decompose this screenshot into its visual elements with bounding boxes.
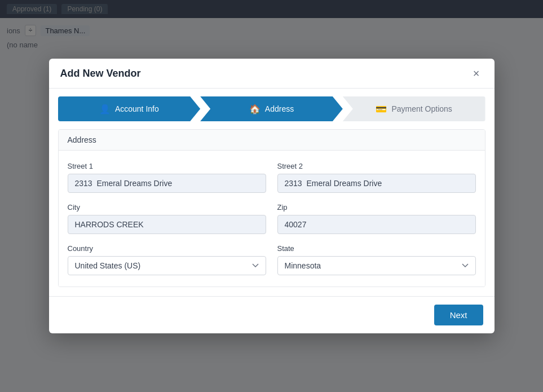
city-label: City [68, 203, 266, 212]
modal-title: Add New Vendor [60, 68, 141, 80]
modal-footer: Next [49, 296, 495, 333]
street1-label: Street 1 [68, 162, 266, 170]
city-group: City [68, 203, 266, 234]
address-section-title: Address [59, 130, 485, 151]
state-select[interactable]: Minnesota [277, 256, 476, 275]
state-label: State [277, 244, 476, 253]
step-account-info[interactable]: 👤 Account Info [58, 96, 201, 121]
city-input[interactable] [68, 215, 266, 234]
street1-input[interactable] [68, 174, 266, 193]
country-state-row: Country United States (US) State Minneso… [68, 244, 476, 275]
step-payment-options[interactable]: 💳 Payment Options [343, 96, 485, 121]
street1-group: Street 1 [68, 162, 266, 193]
add-vendor-modal: Add New Vendor × 👤 Account Info 🏠 Addres… [49, 59, 495, 333]
close-button[interactable]: × [470, 67, 483, 80]
modal-body: Address Street 1 Street 2 [49, 129, 495, 296]
step-account-info-label: Account Info [115, 104, 159, 113]
state-group: State Minnesota [277, 244, 476, 275]
city-zip-row: City Zip [68, 203, 476, 234]
form-fields: Street 1 Street 2 City [59, 151, 485, 287]
zip-group: Zip [277, 203, 476, 234]
country-select[interactable]: United States (US) [68, 256, 266, 275]
step-address[interactable]: 🏠 Address [200, 96, 343, 121]
street2-input[interactable] [277, 174, 476, 193]
street2-group: Street 2 [277, 162, 476, 193]
street2-label: Street 2 [277, 162, 476, 170]
country-label: Country [68, 244, 266, 253]
account-info-icon: 👤 [99, 104, 111, 114]
address-form-section: Address Street 1 Street 2 [58, 129, 485, 287]
street-row: Street 1 Street 2 [68, 162, 476, 193]
modal-overlay: Add New Vendor × 👤 Account Info 🏠 Addres… [0, 0, 543, 392]
payment-options-icon: 💳 [376, 104, 387, 114]
zip-label: Zip [277, 203, 476, 212]
modal-header: Add New Vendor × [49, 59, 495, 89]
step-address-label: Address [265, 104, 294, 113]
step-payment-options-label: Payment Options [391, 104, 452, 113]
country-group: Country United States (US) [68, 244, 266, 275]
address-icon: 🏠 [249, 104, 261, 114]
zip-input[interactable] [277, 215, 476, 234]
next-button[interactable]: Next [434, 305, 483, 325]
stepper: 👤 Account Info 🏠 Address 💳 Payment Optio… [58, 96, 485, 121]
